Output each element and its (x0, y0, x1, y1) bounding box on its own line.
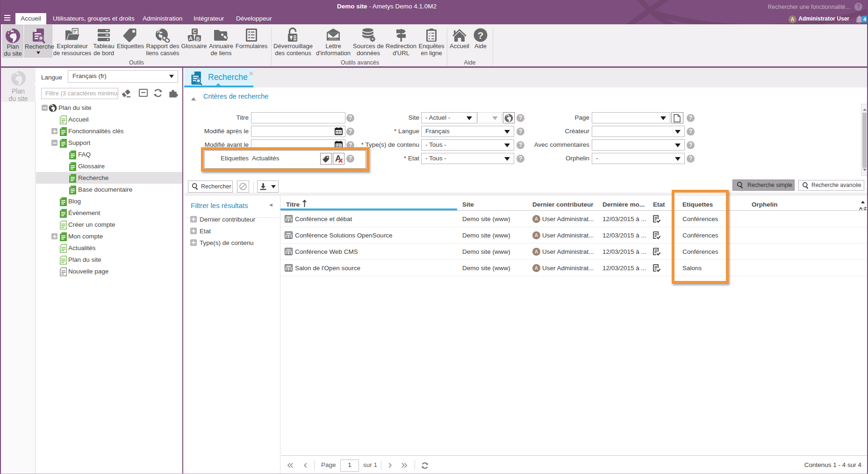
svg-text:C: C (193, 29, 197, 34)
svg-text:?: ? (478, 30, 484, 41)
svg-text:A: A (189, 36, 193, 41)
svg-text:B: B (196, 36, 200, 42)
